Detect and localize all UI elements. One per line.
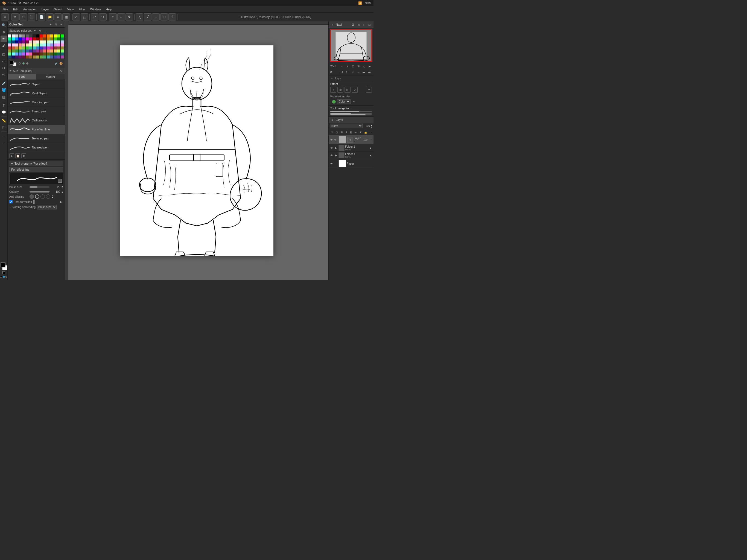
toolbar-select-pen-btn[interactable]: ╲ <box>136 14 143 21</box>
tool-auto-select[interactable]: ⚯ <box>1 71 7 78</box>
color-cell[interactable] <box>36 41 40 44</box>
color-cell[interactable] <box>40 47 43 50</box>
color-cell[interactable] <box>8 34 11 37</box>
layer-new-vector-icon[interactable]: ◻ <box>335 130 339 134</box>
color-cell[interactable] <box>29 37 32 41</box>
color-cell[interactable] <box>33 52 36 55</box>
color-set-settings-icon[interactable]: ⚙ <box>54 22 58 27</box>
layer-move-down-icon[interactable]: ▼ <box>358 130 363 134</box>
color-cell[interactable] <box>36 47 40 50</box>
menu-select[interactable]: Select <box>52 7 65 11</box>
color-cell[interactable] <box>8 47 11 50</box>
color-cell[interactable] <box>12 50 15 52</box>
toolbar-folder-btn[interactable]: 📁 <box>46 14 54 21</box>
color-cell[interactable] <box>43 37 46 41</box>
color-cell[interactable] <box>50 34 53 37</box>
color-cell[interactable] <box>36 34 40 37</box>
color-cell[interactable] <box>33 47 36 50</box>
color-cell[interactable] <box>57 47 60 50</box>
brush-preview-settings-btn[interactable] <box>58 179 62 183</box>
collapse-icon[interactable]: ≡ <box>330 76 334 80</box>
color-cell[interactable] <box>8 41 11 44</box>
color-cell[interactable] <box>19 44 22 47</box>
toolbar-shape2-btn[interactable]: ⬡ <box>160 14 168 21</box>
brush-size-stepper[interactable]: ▲▼ <box>61 185 63 189</box>
color-cell[interactable] <box>12 52 15 55</box>
layer-new-raster-icon[interactable]: □ <box>330 130 334 134</box>
color-cell[interactable] <box>15 55 18 58</box>
canvas-document[interactable] <box>120 45 274 256</box>
color-set-dropdown-icon[interactable]: ▾ <box>32 28 37 33</box>
color-cell[interactable] <box>12 41 15 44</box>
post-correction-checkbox[interactable] <box>9 200 12 203</box>
folder-2-lock-icon[interactable]: ▲ <box>368 153 372 157</box>
pen-tool-item-tapered-pen[interactable]: Tapered pen <box>8 143 65 152</box>
color-cell[interactable] <box>61 55 64 58</box>
color-cell[interactable] <box>26 34 29 37</box>
color-dot-1[interactable] <box>0 276 2 278</box>
color-cell[interactable] <box>22 37 25 41</box>
color-cell[interactable] <box>29 50 32 52</box>
tool-frame[interactable]: ⬚ <box>1 124 7 131</box>
color-cell[interactable] <box>19 47 22 50</box>
color-cell[interactable] <box>12 34 15 37</box>
menu-layer[interactable]: Layer <box>40 7 51 11</box>
color-cell[interactable] <box>61 44 64 47</box>
color-cell[interactable] <box>26 41 29 44</box>
color-cell[interactable] <box>15 52 18 55</box>
tool-nav-slider-2[interactable] <box>330 113 372 114</box>
color-cell[interactable] <box>50 37 53 41</box>
toolbar-select-pen2-btn[interactable]: ╱ <box>144 14 152 21</box>
color-cell[interactable] <box>43 55 46 58</box>
color-cell[interactable] <box>36 37 40 41</box>
nav-icon-1[interactable]: 🖼 <box>351 22 356 27</box>
color-cell[interactable] <box>43 44 46 47</box>
color-cell[interactable] <box>15 37 18 41</box>
effect-icon-down[interactable]: ∇ <box>352 87 358 93</box>
color-cell[interactable] <box>26 52 29 55</box>
color-mode-dot-green[interactable] <box>22 62 25 65</box>
rotate-reset-btn[interactable]: ⊙ <box>351 70 355 75</box>
color-cell[interactable] <box>29 55 32 58</box>
color-cell[interactable] <box>54 50 57 52</box>
color-cell[interactable] <box>40 44 43 47</box>
color-cell[interactable] <box>54 37 57 41</box>
effect-icon-circle[interactable]: ○ <box>330 87 336 93</box>
folder-1-visibility[interactable]: 👁 <box>330 146 334 150</box>
color-cell[interactable] <box>61 37 64 41</box>
color-cell[interactable] <box>43 47 46 50</box>
toolbar-flatten-btn[interactable]: ▦ <box>62 14 70 21</box>
tab-pen[interactable]: Pen <box>8 74 36 80</box>
color-cell[interactable] <box>57 37 60 41</box>
color-cell[interactable] <box>61 47 64 50</box>
menu-edit[interactable]: Edit <box>11 7 21 11</box>
zoom-out-btn[interactable]: − <box>340 64 344 69</box>
canvas-drawing-area[interactable] <box>120 45 274 256</box>
color-cell[interactable] <box>15 47 18 50</box>
color-cell[interactable] <box>29 44 32 47</box>
color-cell[interactable] <box>40 37 43 41</box>
flip-h-btn[interactable]: ↔ <box>356 70 361 75</box>
toolbar-canvas-btn[interactable]: ⬚ <box>81 14 88 21</box>
pen-tool-item-calligraphy[interactable]: Calligraphy <box>8 116 65 125</box>
zoom-in-btn[interactable]: + <box>345 64 350 69</box>
layer-new-fill-icon[interactable]: ⊞ <box>339 130 344 134</box>
color-cell[interactable] <box>57 41 60 44</box>
tool-pen[interactable]: ✒ <box>1 35 7 42</box>
folder-item-1[interactable]: 👁 ▶ Folder 1 50 % ▲ <box>329 144 374 152</box>
toolbar-merge-btn[interactable]: ⬇ <box>54 14 62 21</box>
paper-visibility[interactable]: 👁 <box>330 161 334 166</box>
tool-fill[interactable]: 🪣 <box>1 87 7 93</box>
color-cell[interactable] <box>57 34 60 37</box>
menu-window[interactable]: Window <box>88 7 103 11</box>
layer-panel-menu-icon[interactable]: ≡ <box>330 118 335 122</box>
color-cell[interactable] <box>50 52 53 55</box>
menu-animation[interactable]: Animation <box>21 7 39 11</box>
nav-icon-2[interactable]: ◁ <box>356 22 361 27</box>
color-cell[interactable] <box>40 55 43 58</box>
color-cell[interactable] <box>19 50 22 52</box>
color-cell[interactable] <box>8 55 11 58</box>
color-cell[interactable] <box>12 47 15 50</box>
toolbar-flip-btn[interactable]: ↔ <box>117 14 125 21</box>
effect-icon-grid[interactable]: ⊞ <box>337 87 343 93</box>
